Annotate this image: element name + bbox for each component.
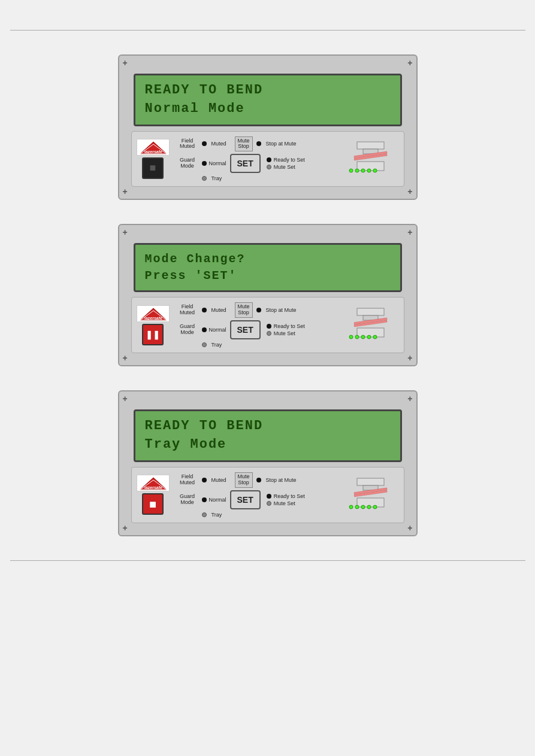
lcd-display-1: READY TO BEND Normal Mode (134, 74, 402, 126)
lcd-display-2: Mode Change? Press 'SET' (134, 243, 402, 292)
lcd-line2-2: Press 'SET' (145, 268, 391, 284)
mute-set-label-2: Mute Set (274, 330, 295, 336)
lcd-line1-3: READY TO BEND (145, 417, 391, 436)
lazersafe-logo-3: lazersafe (137, 475, 170, 491)
radio-normal-3: Normal (202, 497, 226, 503)
panel-1: + + + + READY TO BEND Normal Mode lazers… (118, 54, 418, 200)
svg-point-36 (361, 505, 365, 509)
indicator-group-3: Ready to Set Mute Set (267, 493, 305, 506)
lcd-line1-1: READY TO BEND (145, 81, 391, 100)
control-section-1: lazersafe ■ FieldMuted Muted (131, 131, 404, 187)
ready-to-set-led-2 (267, 324, 271, 329)
mute-set-led-2 (267, 331, 271, 336)
guard-mode-label-3: GuardMode (177, 494, 198, 506)
controls-grid-2: FieldMuted Muted MuteStop Stop at Mute G… (177, 302, 340, 348)
normal-label-2: Normal (209, 327, 226, 333)
logo-area-2: lazersafe ❚❚ (137, 305, 170, 345)
press-svg-2 (345, 307, 396, 340)
lcd-line2-1: Normal Mode (145, 100, 391, 119)
radio-normal-2: Normal (202, 327, 226, 333)
stop-at-mute-label-1: Stop at Mute (266, 141, 297, 147)
ready-to-set-label-2: Ready to Set (274, 323, 305, 329)
mute-stop-label-2[interactable]: MuteStop (235, 302, 253, 318)
svg-rect-3 (357, 142, 384, 149)
guard-mode-label-2: GuardMode (177, 324, 198, 336)
svg-point-21 (349, 335, 353, 339)
svg-point-22 (355, 335, 359, 339)
tray-label-2: Tray (211, 342, 222, 348)
controls-grid-1: FieldMuted Muted MuteStop Stop at Mute G… (177, 136, 340, 182)
muted-label-2: Muted (211, 307, 226, 313)
mute-stop-label-3[interactable]: MuteStop (235, 472, 253, 488)
control-section-3: lazersafe ■ FieldMuted Muted MuteStop (131, 467, 404, 523)
control-row-guard-1: GuardMode Normal SET Ready to Set (177, 154, 340, 173)
field-muted-label-2: FieldMuted (177, 304, 198, 316)
set-button-1[interactable]: SET (230, 154, 261, 173)
svg-text:lazersafe: lazersafe (144, 316, 162, 320)
set-button-3[interactable]: SET (230, 490, 261, 509)
logo-area-3: lazersafe ■ (137, 475, 170, 515)
svg-point-10 (361, 169, 365, 172)
logo-area-1: lazersafe ■ (137, 139, 170, 179)
mute-stop-btn-1: MuteStop (235, 136, 253, 152)
control-section-2: lazersafe ❚❚ FieldMuted Muted MuteStop (131, 297, 404, 353)
lcd-display-3: READY TO BEND Tray Mode (134, 409, 402, 462)
svg-point-38 (373, 505, 377, 509)
lcd-line1-2: Mode Change? (145, 251, 391, 268)
svg-point-25 (373, 335, 377, 339)
panel-2: + + + + Mode Change? Press 'SET' lazersa… (118, 224, 418, 366)
svg-point-34 (349, 505, 353, 509)
top-divider (10, 30, 525, 31)
stop-button-2[interactable]: ❚❚ (142, 324, 164, 345)
stop-button-1[interactable]: ■ (142, 157, 164, 179)
control-row-tray-2: Tray (202, 342, 340, 348)
control-row-tray-3: Tray (202, 512, 340, 518)
diagram-2 (345, 307, 399, 343)
tray-led-2 (202, 342, 207, 347)
stop-at-mute-led-3 (256, 478, 261, 482)
corner-bl-2: + (123, 353, 128, 363)
ready-to-set-label-1: Ready to Set (274, 157, 305, 163)
svg-point-35 (355, 505, 359, 509)
stop-at-mute-led-2 (256, 308, 261, 312)
mute-stop-btn-2: MuteStop (235, 302, 253, 318)
panel-1-body: + + + + READY TO BEND Normal Mode lazers… (118, 54, 418, 200)
field-muted-led-1 (202, 141, 207, 146)
ready-to-set-led-3 (267, 494, 271, 499)
stop-at-mute-label-2: Stop at Mute (266, 307, 297, 313)
diagram-3 (345, 477, 399, 513)
panel-2-body: + + + + Mode Change? Press 'SET' lazersa… (118, 224, 418, 366)
mute-stop-label-1[interactable]: MuteStop (235, 136, 253, 152)
panel-3: + + + + READY TO BEND Tray Mode lazersaf… (118, 390, 418, 536)
set-button-2[interactable]: SET (230, 320, 261, 339)
indicator-group-1: Ready to Set Mute Set (267, 157, 305, 170)
muted-label-1: Muted (211, 141, 226, 147)
ready-to-set-label-3: Ready to Set (274, 493, 305, 499)
field-muted-label-3: FieldMuted (177, 474, 198, 486)
panel-3-body: + + + + READY TO BEND Tray Mode lazersaf… (118, 390, 418, 536)
normal-led-3 (202, 497, 207, 502)
corner-bl-3: + (123, 523, 128, 533)
svg-point-9 (355, 169, 359, 172)
corner-br-3: + (407, 523, 412, 533)
ready-to-set-led-1 (267, 157, 271, 162)
corner-tl-1: + (123, 58, 128, 68)
svg-point-12 (373, 169, 377, 172)
mute-set-led-1 (267, 165, 271, 169)
press-svg-3 (345, 477, 396, 510)
corner-br-2: + (407, 353, 412, 363)
svg-point-8 (349, 169, 353, 172)
stop-button-3[interactable]: ■ (142, 493, 164, 515)
field-muted-label-1: FieldMuted (177, 138, 198, 150)
mute-stop-btn-3: MuteStop (235, 472, 253, 488)
mute-set-label-1: Mute Set (274, 164, 295, 170)
svg-rect-29 (357, 478, 384, 485)
svg-point-11 (367, 169, 371, 172)
lcd-line2-3: Tray Mode (145, 436, 391, 454)
mute-set-led-3 (267, 501, 271, 506)
svg-text:lazersafe: lazersafe (144, 485, 162, 490)
controls-grid-3: FieldMuted Muted MuteStop Stop at Mute G… (177, 472, 340, 518)
bottom-divider (10, 560, 525, 561)
tray-led-3 (202, 512, 207, 517)
diagram-1 (345, 141, 399, 177)
